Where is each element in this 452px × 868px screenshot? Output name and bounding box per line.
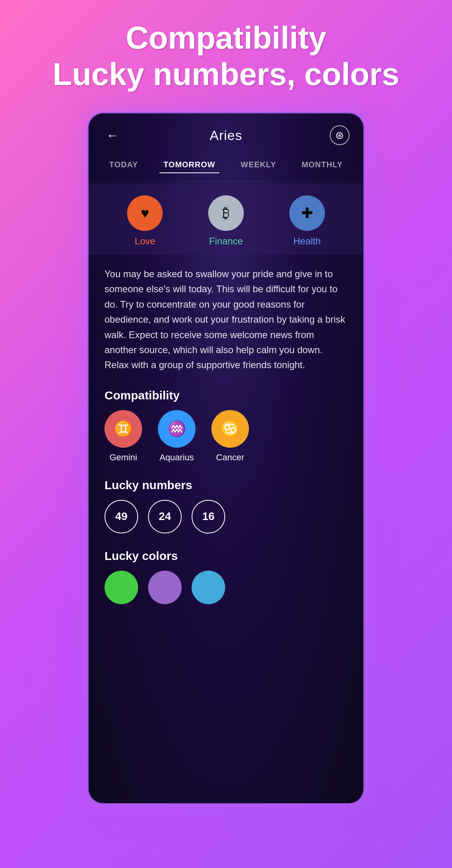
number-16: 16 [192, 500, 225, 533]
category-section: ♥ Love ₿ Finance ✚ Health [89, 183, 363, 255]
cancer-label: Cancer [216, 452, 244, 463]
category-finance[interactable]: ₿ Finance [208, 195, 244, 247]
back-button[interactable]: ← [103, 125, 122, 145]
tab-today[interactable]: TODAY [105, 157, 142, 173]
gemini-label: Gemini [110, 452, 137, 463]
love-circle: ♥ [127, 195, 163, 231]
tab-monthly[interactable]: MONTHLY [298, 157, 347, 173]
heading-line2: Lucky numbers, colors [53, 56, 399, 93]
tabs-bar: TODAY TOMORROW WEEKLY MONTHLY [89, 153, 363, 182]
tab-weekly[interactable]: WEEKLY [237, 157, 280, 173]
health-circle: ✚ [289, 195, 325, 231]
lucky-colors-title: Lucky colors [89, 545, 363, 571]
compatibility-title: Compatibility [89, 385, 363, 410]
tab-tomorrow[interactable]: TOMORROW [160, 157, 219, 173]
color-green [104, 571, 138, 604]
cancer-circle: ♋ [211, 410, 249, 448]
lucky-numbers-title: Lucky numbers [89, 475, 363, 500]
star-icon[interactable]: ⊛ [330, 125, 349, 145]
color-blue [192, 571, 225, 604]
category-love[interactable]: ♥ Love [127, 195, 163, 247]
aquarius-label: Aquarius [160, 452, 194, 463]
compatibility-row: ♊ Gemini ♒ Aquarius ♋ Cancer [89, 410, 363, 475]
love-label: Love [135, 236, 155, 247]
top-heading: Compatibility Lucky numbers, colors [29, 20, 423, 93]
finance-label: Finance [209, 236, 243, 247]
finance-circle: ₿ [208, 195, 244, 231]
gemini-circle: ♊ [104, 410, 142, 448]
lucky-colors-row [89, 571, 363, 620]
compat-gemini: ♊ Gemini [104, 410, 142, 463]
phone-frame: ← Aries ⊛ TODAY TOMORROW WEEKLY MONTHLY … [87, 112, 365, 804]
heading-line1: Compatibility [53, 20, 399, 56]
aquarius-circle: ♒ [158, 410, 196, 448]
compat-aquarius: ♒ Aquarius [158, 410, 196, 463]
nav-bar: ← Aries ⊛ [89, 113, 363, 153]
nav-title: Aries [210, 128, 242, 143]
color-purple [148, 571, 182, 604]
phone-inner: ← Aries ⊛ TODAY TOMORROW WEEKLY MONTHLY … [89, 113, 363, 803]
health-label: Health [293, 236, 321, 247]
category-health[interactable]: ✚ Health [289, 195, 325, 247]
lucky-numbers-row: 49 24 16 [89, 500, 363, 545]
number-24: 24 [148, 500, 182, 533]
horoscope-text: You may be asked to swallow your pride a… [89, 255, 363, 385]
number-49: 49 [104, 500, 138, 533]
compat-cancer: ♋ Cancer [211, 410, 249, 463]
